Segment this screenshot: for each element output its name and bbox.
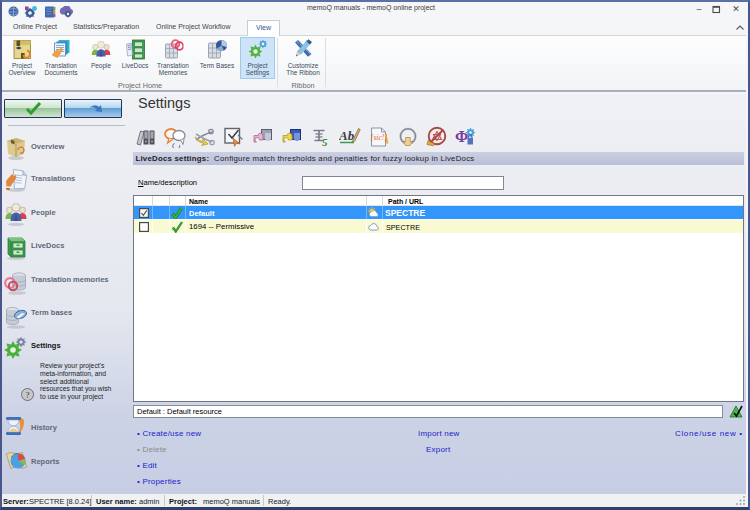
svg-text:?: ?	[26, 390, 30, 400]
svg-text:Φ: Φ	[455, 128, 468, 145]
svg-text:5: 5	[322, 136, 328, 148]
